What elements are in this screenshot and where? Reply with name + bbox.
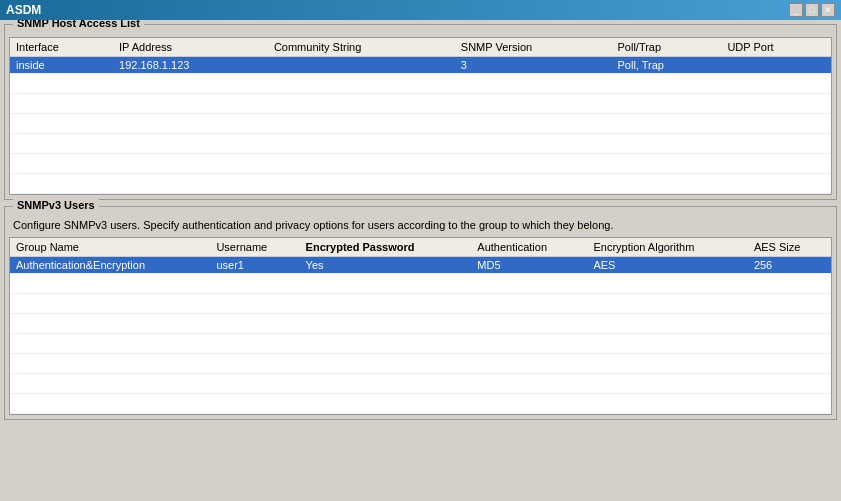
table-row-empty (10, 114, 831, 134)
close-button[interactable]: ✕ (821, 3, 835, 17)
snmpv3-description: Configure SNMPv3 users. Specify authenti… (5, 215, 836, 233)
col-interface: Interface (10, 38, 113, 57)
col-udp-port: UDP Port (721, 38, 831, 57)
cell-username: user1 (210, 257, 299, 274)
app-title: ASDM (6, 3, 41, 17)
snmp-host-table-header: Interface IP Address Community String SN… (10, 38, 831, 57)
cell-encryption-algorithm: AES (587, 257, 747, 274)
snmpv3-table-container: Group Name Username Encrypted Password A… (9, 237, 832, 415)
cell-interface: inside (10, 57, 113, 74)
cell-ip-address: 192.168.1.123 (113, 57, 268, 74)
col-username: Username (210, 238, 299, 257)
main-content: SNMP Host Access List Interface IP Addre… (0, 20, 841, 501)
cell-encrypted-password: Yes (300, 257, 472, 274)
table-row-empty (10, 334, 831, 354)
col-aes-size: AES Size (748, 238, 831, 257)
col-encrypted-password: Encrypted Password (300, 238, 472, 257)
maximize-button[interactable]: □ (805, 3, 819, 17)
table-row-empty (10, 74, 831, 94)
col-poll-trap: Poll/Trap (611, 38, 721, 57)
table-row-empty (10, 94, 831, 114)
cell-aes-size: 256 (748, 257, 831, 274)
col-encryption-algorithm: Encryption Algorithm (587, 238, 747, 257)
table-row-empty (10, 314, 831, 334)
snmpv3-table-body: Authentication&Encryption user1 Yes MD5 … (10, 257, 831, 414)
table-row-empty (10, 154, 831, 174)
window-controls: _ □ ✕ (789, 3, 835, 17)
table-row[interactable]: inside 192.168.1.123 3 Poll, Trap (10, 57, 831, 74)
snmpv3-table-header: Group Name Username Encrypted Password A… (10, 238, 831, 257)
snmpv3-users-label: SNMPv3 Users (13, 199, 99, 211)
cell-snmp-version: 3 (455, 57, 612, 74)
table-row-empty (10, 134, 831, 154)
table-row-empty (10, 174, 831, 194)
cell-udp-port (721, 57, 831, 74)
col-ip-address: IP Address (113, 38, 268, 57)
snmp-host-table-container: Interface IP Address Community String SN… (9, 37, 832, 195)
snmp-host-access-list-section: SNMP Host Access List Interface IP Addre… (4, 24, 837, 200)
table-row-empty (10, 294, 831, 314)
col-community-string: Community String (268, 38, 455, 57)
col-snmp-version: SNMP Version (455, 38, 612, 57)
table-row-empty (10, 354, 831, 374)
snmpv3-users-section: SNMPv3 Users Configure SNMPv3 users. Spe… (4, 206, 837, 420)
col-group-name: Group Name (10, 238, 210, 257)
col-authentication: Authentication (471, 238, 587, 257)
snmpv3-table: Group Name Username Encrypted Password A… (10, 238, 831, 414)
minimize-button[interactable]: _ (789, 3, 803, 17)
cell-community-string (268, 57, 455, 74)
table-row[interactable]: Authentication&Encryption user1 Yes MD5 … (10, 257, 831, 274)
title-bar: ASDM _ □ ✕ (0, 0, 841, 20)
table-row-empty (10, 374, 831, 394)
cell-authentication: MD5 (471, 257, 587, 274)
snmp-host-access-list-label: SNMP Host Access List (13, 20, 144, 29)
snmp-host-table-body: inside 192.168.1.123 3 Poll, Trap (10, 57, 831, 194)
cell-poll-trap: Poll, Trap (611, 57, 721, 74)
cell-group-name: Authentication&Encryption (10, 257, 210, 274)
snmp-host-table: Interface IP Address Community String SN… (10, 38, 831, 194)
table-row-empty (10, 274, 831, 294)
table-row-empty (10, 394, 831, 414)
